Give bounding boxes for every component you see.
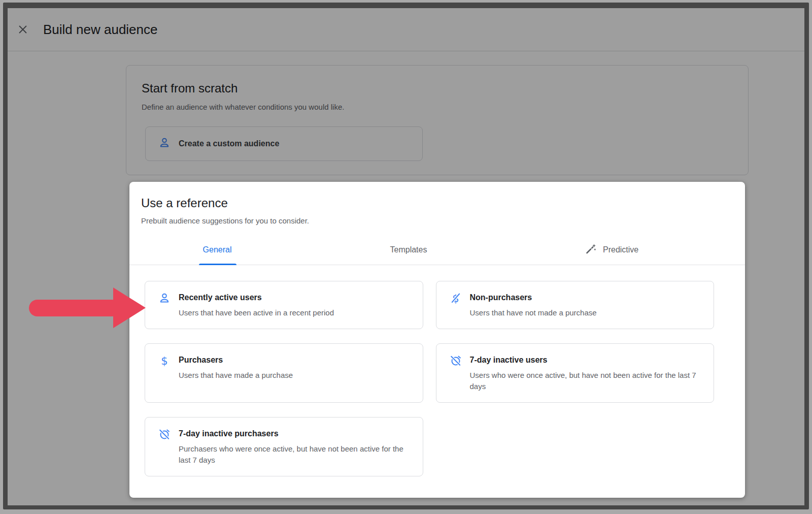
active-tab-underline bbox=[199, 264, 236, 265]
tab-predictive[interactable]: Predictive bbox=[585, 235, 638, 265]
card-description: Purchasers who were once active, but hav… bbox=[179, 443, 410, 466]
card-title: Non-purchasers bbox=[470, 293, 597, 303]
card-description: Users who were once active, but have not… bbox=[470, 370, 701, 392]
audience-cards-grid: Recently active users Users that have be… bbox=[145, 281, 714, 476]
audience-card-purchasers[interactable]: $ Purchasers Users that have made a purc… bbox=[145, 343, 423, 403]
dollar-icon: $ bbox=[158, 355, 171, 367]
tab-templates-label: Templates bbox=[390, 245, 427, 254]
card-description: Users that have made a purchase bbox=[179, 370, 293, 381]
screenshot-frame: Build new audience Start from scratch De… bbox=[3, 3, 809, 509]
card-title: 7-day inactive users bbox=[470, 355, 701, 365]
card-description: Users that have not made a purchase bbox=[470, 307, 597, 318]
tab-predictive-label: Predictive bbox=[603, 245, 638, 254]
red-arrow-annotation bbox=[28, 286, 147, 331]
alarm-off-icon bbox=[158, 428, 171, 440]
tab-templates[interactable]: Templates bbox=[390, 235, 427, 265]
alarm-off-icon bbox=[450, 355, 462, 367]
audience-card-non-purchasers[interactable]: $ Non-purchasers Users that have not mad… bbox=[436, 281, 715, 329]
card-title: Purchasers bbox=[179, 355, 293, 365]
tabs-row: General Templates bbox=[129, 235, 745, 265]
audience-card-recently-active-users[interactable]: Recently active users Users that have be… bbox=[145, 281, 423, 329]
use-a-reference-subtitle: Prebuilt audience suggestions for you to… bbox=[141, 216, 309, 226]
card-title: 7-day inactive purchasers bbox=[179, 429, 410, 439]
card-description: Users that have been active in a recent … bbox=[179, 307, 334, 318]
use-a-reference-title: Use a reference bbox=[141, 196, 228, 211]
card-title: Recently active users bbox=[179, 293, 334, 303]
money-off-icon: $ bbox=[450, 292, 462, 304]
audience-card-7-day-inactive-users[interactable]: 7-day inactive users Users who were once… bbox=[436, 343, 715, 403]
screenshot-root: Build new audience Start from scratch De… bbox=[0, 0, 812, 514]
tab-general-label: General bbox=[203, 245, 232, 254]
build-audience-dialog: Build new audience Start from scratch De… bbox=[8, 8, 804, 505]
svg-text:$: $ bbox=[161, 355, 167, 367]
audience-card-7-day-inactive-purchasers[interactable]: 7-day inactive purchasers Purchasers who… bbox=[145, 417, 423, 476]
tab-general[interactable]: General bbox=[203, 235, 232, 265]
use-a-reference-section: Use a reference Prebuilt audience sugges… bbox=[129, 182, 745, 498]
magic-wand-icon bbox=[585, 243, 597, 257]
person-icon bbox=[158, 292, 171, 304]
